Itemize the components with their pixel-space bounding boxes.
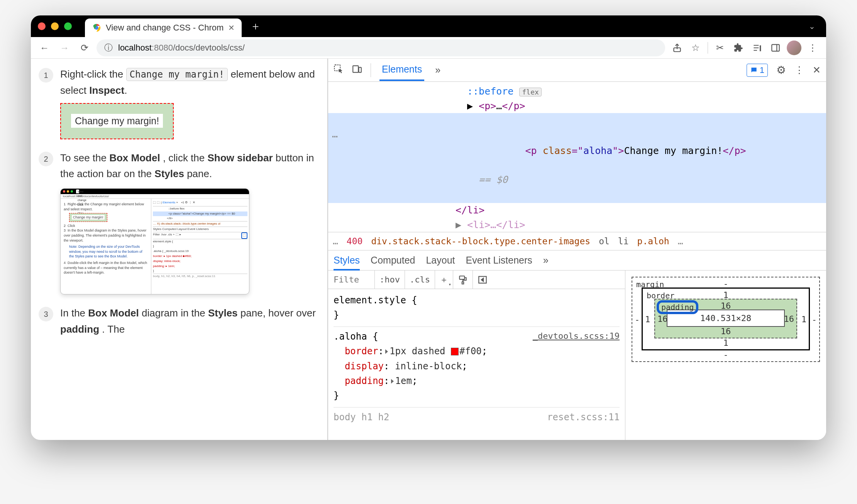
paint-icon[interactable] bbox=[453, 271, 473, 289]
extensions-icon[interactable] bbox=[730, 40, 747, 56]
browser-menu-icon[interactable]: ⋮ bbox=[804, 40, 821, 56]
tab-elements[interactable]: Elements bbox=[379, 59, 424, 81]
bm-border-left[interactable]: 1 bbox=[645, 314, 650, 324]
step-text: To see the bbox=[60, 152, 109, 164]
forward-button[interactable]: → bbox=[56, 40, 73, 56]
hov-toggle[interactable]: :hov bbox=[374, 271, 405, 289]
crumb-item[interactable]: p.aloh bbox=[637, 236, 669, 246]
step-text: . The bbox=[102, 323, 125, 335]
tab-title: View and change CSS - Chrom bbox=[106, 23, 224, 33]
reload-button[interactable]: ⟳ bbox=[76, 40, 93, 56]
bm-padding-left[interactable]: 16 bbox=[657, 314, 668, 323]
thumb-tab: View and change CSS - Chro… bbox=[76, 189, 79, 193]
rule-source-link[interactable]: _devtools.scss:19 bbox=[533, 329, 620, 343]
url-host: localhost bbox=[118, 43, 152, 52]
tab-styles[interactable]: Styles bbox=[334, 250, 360, 271]
devtools-toolbar: Elements » 1 ⚙ ⋮ ✕ bbox=[328, 59, 826, 82]
flex-badge[interactable]: flex bbox=[519, 88, 541, 96]
svg-rect-8 bbox=[459, 276, 464, 279]
crumb-ellipsis[interactable]: … bbox=[333, 236, 338, 246]
device-toggle-icon[interactable] bbox=[352, 64, 362, 76]
url-path: /docs/devtools/css/ bbox=[173, 43, 245, 52]
issues-button[interactable]: 1 bbox=[747, 64, 768, 77]
profile-avatar[interactable] bbox=[786, 40, 802, 56]
crumb-item[interactable]: 400 bbox=[347, 236, 363, 246]
crumb-item[interactable]: li bbox=[618, 236, 629, 246]
back-button[interactable]: ← bbox=[36, 40, 53, 56]
code-inline: Change my margin! bbox=[126, 68, 228, 81]
page-viewport: 1 Right-click the Change my margin! elem… bbox=[31, 59, 328, 440]
more-styles-tabs-icon[interactable]: » bbox=[543, 255, 549, 266]
issues-count: 1 bbox=[760, 65, 764, 75]
browser-tab[interactable]: View and change CSS - Chrom ✕ bbox=[85, 19, 242, 37]
box-model-padding[interactable]: padding 16 16 16 16 140.531×28 bbox=[654, 299, 797, 338]
address-bar[interactable]: ⓘ localhost:8080/docs/devtools/css/ bbox=[97, 39, 665, 56]
bm-padding-right[interactable]: 16 bbox=[784, 314, 794, 323]
new-tab-button[interactable]: ＋ bbox=[250, 19, 261, 34]
share-icon[interactable] bbox=[669, 40, 685, 56]
expand-icon[interactable] bbox=[385, 349, 388, 354]
dom-selected-node[interactable]: ⋯ <p class="aloha">Change my margin!</p>… bbox=[328, 113, 826, 203]
site-info-icon[interactable]: ⓘ bbox=[104, 42, 113, 54]
tab-layout[interactable]: Layout bbox=[426, 255, 455, 266]
step-1: 1 Right-click the Change my margin! elem… bbox=[39, 66, 320, 139]
settings-icon[interactable]: ⚙ bbox=[776, 64, 786, 76]
tab-event-listeners[interactable]: Event Listeners bbox=[466, 255, 532, 266]
bm-margin-right[interactable]: - bbox=[812, 315, 817, 324]
bm-margin-left[interactable]: - bbox=[635, 315, 640, 324]
devtools-panel: Elements » 1 ⚙ ⋮ ✕ ::before flex ▶ <p>…<… bbox=[328, 59, 826, 440]
demo-element[interactable]: Change my margin! bbox=[60, 103, 174, 139]
crumb-ellipsis[interactable]: … bbox=[678, 236, 683, 246]
reading-list-icon[interactable] bbox=[749, 40, 765, 56]
more-tabs-icon[interactable]: » bbox=[433, 60, 443, 80]
demo-text: Change my margin! bbox=[71, 114, 163, 128]
screenshot-thumbnail: View and change CSS - Chro… localhost:80… bbox=[60, 188, 249, 294]
crumb-item[interactable]: ol bbox=[599, 236, 610, 246]
dom-tree[interactable]: ::before flex ▶ <p>…</p> ⋯ <p class="alo… bbox=[328, 82, 826, 232]
dom-tag: </p> bbox=[502, 100, 525, 112]
step-bold: Inspect bbox=[89, 85, 124, 96]
dom-breadcrumbs[interactable]: … 400 div.stack.stack--block.type.center… bbox=[328, 232, 826, 250]
scissors-extension-icon[interactable]: ✂ bbox=[712, 40, 728, 56]
box-model-border[interactable]: border 1 1 1 1 padding 16 16 16 bbox=[642, 288, 810, 350]
thumb-url: localhost:8080/docs/devtools/css/ bbox=[61, 194, 249, 199]
color-swatch-icon[interactable] bbox=[451, 348, 459, 355]
close-devtools-icon[interactable]: ✕ bbox=[813, 64, 821, 76]
step-text: In the bbox=[60, 307, 88, 319]
close-tab-icon[interactable]: ✕ bbox=[228, 23, 235, 32]
show-sidebar-icon[interactable] bbox=[473, 271, 492, 289]
minimize-window-button[interactable] bbox=[51, 22, 59, 30]
bm-margin-bottom[interactable]: - bbox=[723, 350, 728, 360]
url-bar: ← → ⟳ ⓘ localhost:8080/docs/devtools/css… bbox=[31, 37, 826, 59]
new-style-rule-icon[interactable]: ＋▾ bbox=[435, 271, 453, 289]
bm-border-right[interactable]: 1 bbox=[801, 314, 806, 324]
bm-padding-top[interactable]: 16 bbox=[721, 301, 731, 311]
rule-reset[interactable]: body h1 h2 reset.scss:11 bbox=[334, 410, 620, 425]
step-2: 2 To see the Box Model , click the Show … bbox=[39, 150, 320, 294]
box-model-margin[interactable]: margin - - - - border 1 1 1 1 bbox=[632, 277, 820, 362]
expand-icon[interactable] bbox=[391, 379, 394, 384]
maximize-window-button[interactable] bbox=[64, 22, 72, 30]
cls-toggle[interactable]: .cls bbox=[405, 271, 435, 289]
url-port: :8080 bbox=[152, 43, 173, 52]
filter-input[interactable] bbox=[328, 271, 374, 289]
bm-padding-bottom[interactable]: 16 bbox=[721, 326, 731, 336]
crumb-item[interactable]: div.stack.stack--block.type.center-image… bbox=[371, 236, 590, 246]
tab-bar: View and change CSS - Chrom ✕ ＋ ⌄ bbox=[31, 15, 826, 37]
rule-element-style[interactable]: element.style {} bbox=[334, 293, 620, 327]
bm-border-bottom[interactable]: 1 bbox=[723, 338, 728, 348]
inspect-element-icon[interactable] bbox=[334, 64, 344, 76]
step-text: pane, hover over bbox=[241, 307, 316, 319]
devtools-menu-icon[interactable]: ⋮ bbox=[794, 64, 804, 76]
rule-source-link[interactable]: reset.scss:11 bbox=[547, 410, 620, 425]
side-panel-icon[interactable] bbox=[767, 40, 784, 56]
bookmark-icon[interactable]: ☆ bbox=[688, 40, 704, 56]
dom-tag: </li> bbox=[456, 205, 484, 216]
tab-list-chevron-icon[interactable]: ⌄ bbox=[809, 22, 815, 31]
rule-aloha[interactable]: _devtools.scss:19 .aloha { border:1px da… bbox=[334, 329, 620, 408]
close-window-button[interactable] bbox=[38, 22, 46, 30]
content-area: 1 Right-click the Change my margin! elem… bbox=[31, 59, 826, 440]
chrome-favicon-icon bbox=[92, 23, 101, 32]
tab-computed[interactable]: Computed bbox=[371, 255, 415, 266]
overflow-icon[interactable]: ⋯ bbox=[332, 129, 338, 144]
